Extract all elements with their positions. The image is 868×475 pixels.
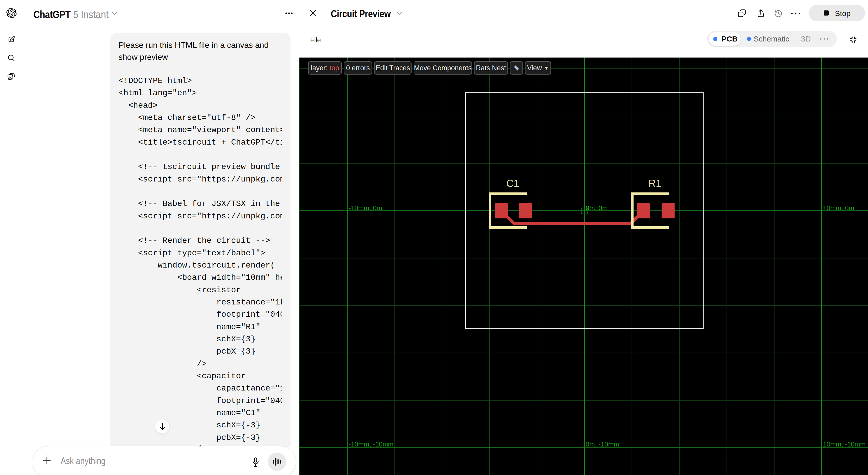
svg-text:R1: R1 [648,178,661,189]
svg-text:10mm, -10mm: 10mm, -10mm [823,440,866,448]
svg-text:-10mm, 0m: -10mm, 0m [349,204,382,212]
svg-text:0m, -10mm: 0m, -10mm [586,440,619,448]
svg-text:10mm, 0m: 10mm, 0m [823,204,854,212]
svg-text:C1: C1 [506,178,519,189]
svg-text:0m, 0m: 0m, 0m [586,204,608,212]
svg-text:-10mm, -10mm: -10mm, -10mm [349,440,394,448]
